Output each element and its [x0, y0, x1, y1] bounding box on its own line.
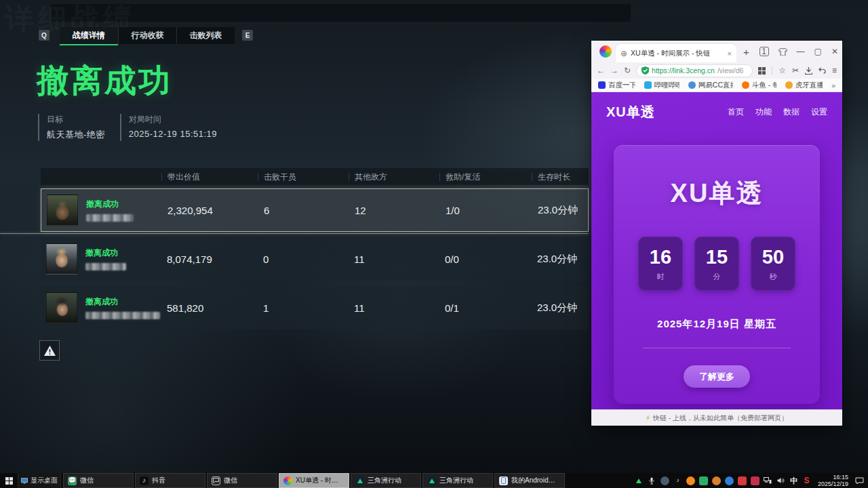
operators-defeated: 0	[258, 253, 349, 265]
delta-force-tray-icon[interactable]	[635, 476, 644, 485]
rescue-revive: 1/0	[440, 205, 532, 216]
wechat-tray-icon[interactable]	[699, 476, 708, 485]
menu-icon[interactable]: ≡	[832, 66, 837, 75]
browser-tab[interactable]: ⊕ XU单透 - 时间展示 - 快链 ×	[616, 44, 736, 62]
bookmark-huya[interactable]: 虎牙直播-	[785, 81, 823, 90]
globe-icon: ⊕	[620, 49, 627, 58]
bookmark-douyu[interactable]: 斗鱼 - 每	[742, 81, 776, 90]
taskbar-clock[interactable]: 16:15 2025/12/19	[815, 474, 851, 487]
nav-data[interactable]: 数据	[783, 106, 800, 118]
tab-action-loot[interactable]: 行动收获	[118, 27, 176, 44]
status-badge: 撤离成功	[85, 296, 160, 308]
taskbar: 显示桌面 💬 微信 ♪ 抖音 微信 XU单透 - 时间展示... 三角洲行动 三…	[0, 473, 868, 488]
taskbar-app-android-phone[interactable]: 我的Android手机...	[494, 473, 565, 488]
system-tray: ♪ 中 S 16:15 2025/12/19	[635, 473, 868, 488]
avatar	[46, 243, 77, 274]
match-time-value: 2025-12-19 15:51:19	[129, 129, 217, 139]
url-path: /view/d6	[717, 66, 744, 75]
date-line: 2025年12月19日 星期五	[614, 318, 820, 331]
learn-more-button[interactable]: 了解更多	[684, 365, 750, 388]
browser-title-bar: ⊕ XU单透 - 时间展示 - 快链 × + 1 — ▢ ✕	[591, 41, 842, 62]
taskbar-app-douyin[interactable]: ♪ 抖音	[135, 473, 205, 488]
taskbar-app-wechat-2[interactable]: 微信	[207, 473, 277, 488]
back-icon[interactable]: ←	[597, 66, 605, 75]
tab-kill-list[interactable]: 击败列表	[176, 27, 235, 44]
forward-icon[interactable]: →	[610, 66, 618, 75]
table-row[interactable]: 撤离成功 8,074,179 0 11 0/0 23.0分钟	[41, 237, 589, 281]
bookmark-netease-cc[interactable]: 网易CC直播	[688, 81, 733, 90]
close-button[interactable]: ✕	[831, 47, 838, 56]
report-warning-button[interactable]	[39, 340, 60, 361]
reload-icon[interactable]: ↻	[624, 66, 631, 75]
microphone-icon[interactable]	[648, 476, 656, 485]
player-name-blurred	[85, 263, 126, 270]
red-app-icon[interactable]	[738, 476, 747, 485]
red-music-icon[interactable]	[751, 476, 760, 485]
hero-title: XU单透	[614, 176, 820, 211]
url-host: https://link.3ceng.cn	[652, 66, 715, 75]
bookmark-baidu[interactable]: 百度一下,	[598, 81, 635, 90]
new-tab-button[interactable]: +	[743, 46, 749, 58]
volume-icon[interactable]	[776, 476, 785, 485]
clock-minutes-tile: 15 分	[694, 237, 739, 291]
steam-icon[interactable]	[660, 476, 669, 485]
browser-tab-title: XU单透 - 时间展示 - 快链	[631, 49, 724, 58]
results-table-header: 带出价值 击败干员 其他敌方 救助/复活 生存时长	[41, 168, 589, 185]
table-row[interactable]: 撤离成功 581,820 1 11 0/1 23.0分钟	[41, 286, 589, 329]
browser-logo-icon	[283, 476, 292, 485]
minimize-button[interactable]: —	[797, 47, 805, 56]
tiktok-icon: ♪	[140, 476, 149, 485]
bookmark-bilibili[interactable]: 哔哩哔哩	[644, 81, 679, 90]
taskbar-date: 2025/12/19	[818, 481, 848, 487]
player-name-blurred	[85, 312, 160, 319]
action-center-icon[interactable]	[855, 476, 864, 485]
s-logo-icon[interactable]: S	[802, 476, 811, 485]
page-footer-link[interactable]: ⚡ 快链 - 上线，从未如此简单（免费部署网页）	[591, 409, 842, 426]
download-icon[interactable]	[805, 67, 812, 75]
screenshot-scissors-icon[interactable]: ✂	[792, 66, 799, 75]
nav-home[interactable]: 首页	[728, 106, 744, 118]
paw-icon[interactable]	[686, 476, 695, 485]
tiktok-tray-icon[interactable]: ♪	[673, 476, 682, 485]
selected-row-highlight-line	[0, 233, 589, 234]
taskbar-app-xu-browser[interactable]: XU单透 - 时间展示...	[279, 473, 349, 488]
maximize-button[interactable]: ▢	[814, 47, 822, 56]
col-survival-time: 生存时长	[532, 173, 589, 181]
seconds-unit: 秒	[770, 273, 777, 281]
col-other-enemies: 其他敌方	[349, 173, 439, 181]
url-input[interactable]: https://link.3ceng.cn /view/d6	[636, 64, 753, 77]
col-operators-defeated: 击败干员	[258, 173, 349, 181]
bookmarks-overflow-chevron[interactable]: »	[831, 81, 835, 89]
theme-shirt-icon[interactable]	[778, 48, 787, 56]
lightning-icon: ⚡	[646, 414, 650, 422]
site-nav: 首页 功能 数据 设置	[728, 106, 827, 118]
input-method-indicator[interactable]: 中	[789, 476, 798, 485]
bookmark-star-icon[interactable]: ☆	[778, 66, 786, 75]
network-icon[interactable]	[764, 476, 772, 485]
hours-value: 16	[650, 247, 671, 267]
monkey-icon[interactable]	[712, 476, 721, 485]
taskbar-app-wechat[interactable]: 💬 微信	[63, 473, 134, 488]
browser-logo-icon[interactable]	[599, 45, 612, 58]
table-row[interactable]: 撤离成功 2,320,954 6 12 1/0 23.0分钟	[41, 188, 589, 232]
undo-icon[interactable]	[818, 67, 826, 74]
apps-grid-icon[interactable]	[758, 67, 766, 75]
nav-settings[interactable]: 设置	[811, 106, 827, 118]
blue-app-icon[interactable]	[725, 476, 734, 485]
target-value: 航天基地-绝密	[47, 129, 105, 141]
start-button[interactable]	[0, 473, 18, 488]
taskbar-app-delta-force-2[interactable]: 三角洲行动	[422, 473, 493, 488]
tab-count-badge[interactable]: 1	[760, 47, 769, 56]
status-badge: 撤离成功	[85, 247, 126, 259]
wechat-icon: 💬	[68, 476, 77, 485]
clock-display: 16 时 15 分 50 秒	[614, 237, 820, 291]
tab-battle-details[interactable]: 战绩详情	[60, 27, 118, 44]
tab-close-icon[interactable]: ×	[728, 49, 732, 58]
show-desktop-button[interactable]: 显示桌面	[18, 473, 61, 488]
taskbar-app-delta-force-1[interactable]: 三角洲行动	[351, 473, 421, 488]
toolbar-divider	[772, 66, 772, 75]
match-target: 目标 航天基地-绝密	[38, 114, 105, 141]
target-label: 目标	[47, 114, 105, 125]
col-loot-value: 带出价值	[161, 173, 258, 181]
nav-features[interactable]: 功能	[755, 106, 772, 118]
